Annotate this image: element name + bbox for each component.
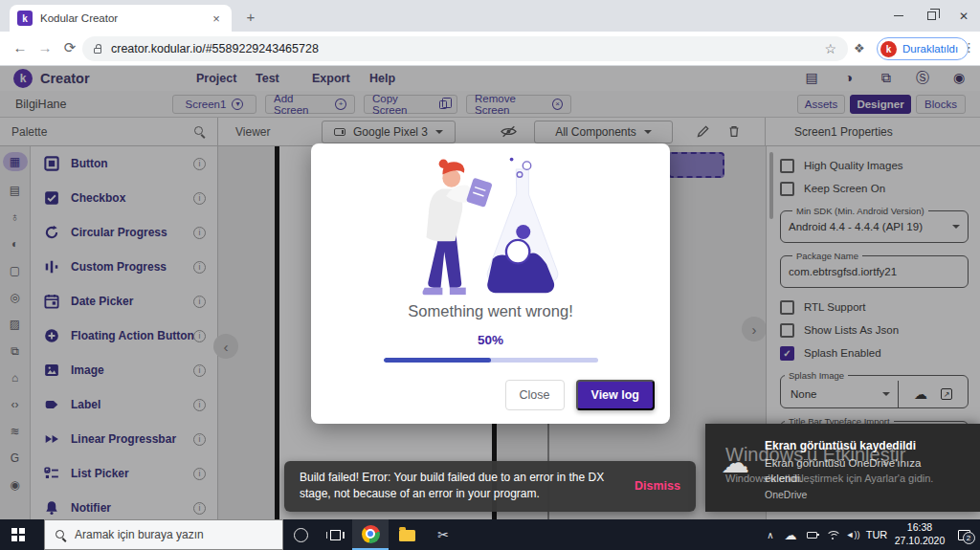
profile-avatar: k: [880, 41, 897, 57]
profile-label: Duraklatıldı: [902, 43, 958, 55]
start-button[interactable]: [0, 519, 44, 550]
view-log-button[interactable]: View log: [576, 380, 655, 410]
modal-progress-fill: [384, 358, 491, 363]
chrome-taskbar-button[interactable]: [352, 519, 389, 550]
windows-notification[interactable]: ☁ Ekran görüntüsü kaydedildi Ekran görün…: [705, 424, 980, 512]
window-close-button[interactable]: ✕: [947, 0, 980, 32]
url-text: creator.kodular.io/#5589229243465728: [111, 42, 824, 55]
tray-language[interactable]: TUR: [863, 519, 890, 550]
progress-bar: [384, 358, 598, 363]
profile-chip[interactable]: k Duraklatıldı: [877, 37, 969, 60]
clock-date: 27.10.2020: [895, 535, 946, 548]
scissors-icon: ✂: [437, 527, 449, 542]
kodular-favicon-icon: k: [17, 11, 33, 26]
extensions-icon[interactable]: ❖: [854, 41, 865, 55]
windows-taskbar: ✂ ∧ ☁ ◄)) TUR 16:38 27.10.2020 2: [0, 519, 980, 550]
error-illustration: [390, 153, 591, 297]
wifi-icon: [826, 530, 839, 539]
windows-logo-icon: [11, 528, 17, 534]
task-view-icon: [330, 530, 341, 540]
notification-body: Ekran görüntüsü OneDrive'ınıza eklendi.: [765, 456, 956, 486]
tab-title: Kodular Creator: [40, 12, 209, 24]
onedrive-cloud-icon: ☁: [721, 449, 749, 477]
action-center-button[interactable]: 2: [950, 519, 977, 550]
toast-message: Build failed! Error: Your build failed d…: [300, 470, 615, 503]
dismiss-button[interactable]: Dismiss: [635, 479, 680, 493]
back-icon[interactable]: ←: [10, 39, 31, 55]
window-restore-button[interactable]: [915, 0, 947, 32]
build-failed-toast: Build failed! Error: Your build failed d…: [284, 461, 696, 512]
browser-menu-icon[interactable]: ⋮: [963, 40, 975, 55]
action-center-icon: 2: [958, 530, 970, 540]
tray-ethernet-icon[interactable]: [802, 519, 821, 550]
lock-icon: [94, 48, 101, 54]
notification-count-badge: 2: [963, 532, 975, 544]
minimize-icon: [894, 15, 903, 16]
snipping-tool-button[interactable]: ✂: [425, 519, 461, 550]
window-minimize-button[interactable]: [882, 0, 915, 32]
forward-icon[interactable]: →: [34, 39, 56, 55]
modal-title: Something went wrong!: [311, 302, 670, 320]
browser-tab-strip: k Kodular Creator × + ✕: [0, 0, 980, 32]
tray-chevron-up-icon[interactable]: ∧: [762, 519, 779, 550]
folder-icon: [399, 530, 415, 541]
tray-onedrive-icon[interactable]: ☁: [781, 519, 800, 550]
restore-icon: [927, 11, 936, 20]
new-tab-button[interactable]: +: [241, 7, 260, 26]
cortana-button[interactable]: [283, 519, 318, 550]
taskbar-search[interactable]: [44, 519, 283, 550]
plug-icon: [807, 532, 817, 539]
language-label: TUR: [866, 529, 888, 540]
file-explorer-button[interactable]: [389, 519, 425, 550]
task-view-button[interactable]: [318, 519, 352, 550]
search-input[interactable]: [75, 528, 266, 541]
browser-tab[interactable]: k Kodular Creator ×: [10, 5, 232, 32]
notification-app: OneDrive: [765, 489, 968, 500]
search-icon: [55, 529, 67, 541]
cortana-icon: [294, 528, 308, 542]
chrome-icon: [362, 525, 380, 543]
tab-close-icon[interactable]: ×: [209, 11, 224, 26]
build-error-modal: Something went wrong! 50% Close View log: [311, 143, 670, 424]
tray-volume-icon[interactable]: ◄)): [844, 519, 861, 550]
tray-wifi-icon[interactable]: [823, 519, 842, 550]
browser-toolbar: ← → ⟳ creator.kodular.io/#55892292434657…: [0, 32, 980, 66]
bookmark-star-icon[interactable]: ☆: [824, 41, 836, 56]
screen: k Kodular Creator × + ✕ ← → ⟳ creator.ko…: [0, 0, 980, 550]
address-bar[interactable]: creator.kodular.io/#5589229243465728 ☆: [82, 36, 848, 61]
reload-icon[interactable]: ⟳: [59, 39, 80, 56]
progress-percent: 50%: [311, 333, 670, 347]
notification-title: Ekran görüntüsü kaydedildi: [765, 439, 968, 452]
clock-time: 16:38: [895, 521, 946, 535]
close-button[interactable]: Close: [505, 380, 565, 410]
tray-clock[interactable]: 16:38 27.10.2020: [893, 519, 947, 550]
